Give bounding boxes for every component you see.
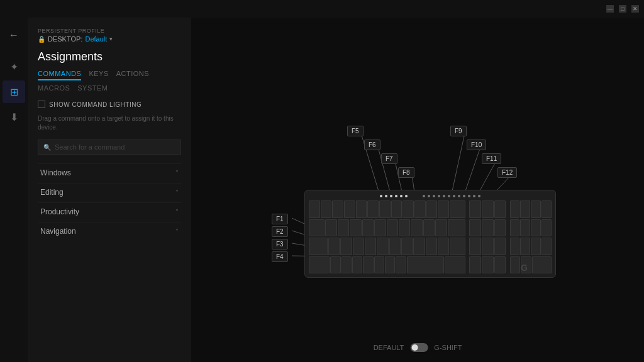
title-bar: — □ ✕ [0,0,644,18]
key-label-f2: F2 [272,226,288,237]
category-navigation-label: Navigation [40,227,76,236]
tab-commands[interactable]: COMMANDS [38,70,81,80]
category-windows-header[interactable]: Windows ˅ [38,163,181,182]
gshift-label: G-SHIFT [434,344,462,351]
show-lighting-checkbox[interactable] [38,101,45,108]
search-input[interactable] [55,143,175,151]
sub-tabs: MACROS SYSTEM [38,84,181,92]
category-productivity-chevron: ˅ [175,209,179,216]
key-label-f4: F4 [272,251,288,262]
keyboard-diagram: F1 F2 F3 F4 F5 F6 F7 F8 F9 F10 F11 F12 [254,102,581,278]
subtab-system[interactable]: SYSTEM [77,84,108,92]
category-editing-chevron: ˅ [175,189,179,196]
maximize-button[interactable]: □ [619,5,626,13]
close-button[interactable]: ✕ [631,5,639,13]
key-label-f1: F1 [272,214,288,224]
panel-title: Assignments [38,50,181,63]
persistent-profile-label: PERSISTENT PROFILE [38,28,181,34]
bottom-bar: DEFAULT G-SHIFT [374,343,462,352]
category-productivity-label: Productivity [40,207,79,216]
drag-hint-text: Drag a command onto a target to assign i… [38,114,181,132]
assignments-panel: PERSISTENT PROFILE 🔒 DESKTOP: Default ▾ … [28,18,191,362]
main-content: F1 F2 F3 F4 F5 F6 F7 F8 F9 F10 F11 F12 [191,18,644,362]
category-windows-chevron: ˅ [175,170,179,177]
profile-name-highlight: Default [85,35,107,43]
category-navigation: Navigation ˅ [38,222,181,240]
icon-sidebar: ← ✦ ⊞ ⬇ [0,18,28,362]
default-label: DEFAULT [374,344,404,351]
category-productivity: Productivity ˅ [38,202,181,221]
key-label-f3: F3 [272,239,288,250]
logitech-logo: G [521,263,528,273]
category-navigation-chevron: ˅ [175,228,179,235]
category-editing: Editing ˅ [38,183,181,201]
category-editing-label: Editing [40,188,64,197]
search-icon: 🔍 [43,144,51,151]
minimize-button[interactable]: — [606,5,614,13]
subtab-macros[interactable]: MACROS [38,84,70,92]
category-editing-header[interactable]: Editing ˅ [38,183,181,201]
profile-name[interactable]: 🔒 DESKTOP: Default ▾ [38,35,181,43]
assignments-button[interactable]: ⊞ [3,80,25,103]
category-windows: Windows ˅ [38,163,181,182]
toggle-knob [411,344,418,351]
key-label-f10: F10 [467,140,486,150]
search-box[interactable]: 🔍 [38,140,181,155]
keyboard-body [304,190,556,278]
key-label-f9: F9 [450,126,467,136]
show-lighting-row[interactable]: SHOW COMMAND LIGHTING [38,101,181,108]
lock-icon: 🔒 [38,36,45,43]
category-windows-label: Windows [40,168,71,177]
tab-actions[interactable]: ACTIONS [116,70,149,80]
key-label-f8: F8 [398,167,414,178]
key-label-f7: F7 [381,153,397,164]
download-button[interactable]: ⬇ [3,106,25,128]
key-label-f11: F11 [482,153,501,164]
category-productivity-header[interactable]: Productivity ˅ [38,202,181,221]
category-navigation-header[interactable]: Navigation ˅ [38,222,181,240]
key-label-f6: F6 [364,140,380,150]
profile-toggle[interactable] [410,343,428,352]
profile-chevron-icon: ▾ [109,36,113,42]
tab-keys[interactable]: KEYS [89,70,108,80]
key-label-f12: F12 [497,167,517,178]
profile-name-prefix: DESKTOP: [48,35,82,43]
main-tabs: COMMANDS KEYS ACTIONS [38,70,181,80]
back-button[interactable]: ← [3,24,25,47]
show-lighting-label: SHOW COMMAND LIGHTING [49,101,142,108]
key-label-f5: F5 [347,126,364,136]
lighting-button[interactable]: ✦ [3,55,25,78]
